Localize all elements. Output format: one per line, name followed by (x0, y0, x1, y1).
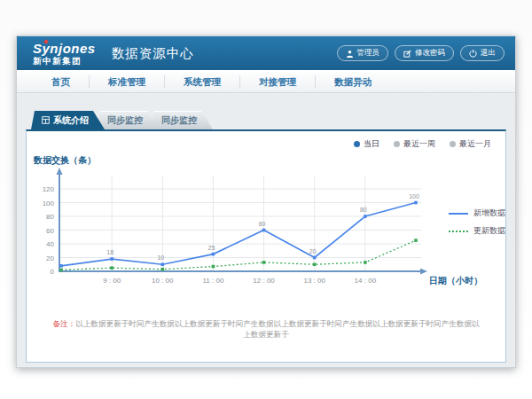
radio-last-month-label: 最近一月 (459, 138, 491, 150)
radio-dot-icon (450, 141, 456, 147)
svg-text:100: 100 (43, 200, 55, 207)
radio-last-week[interactable]: 最近一周 (394, 138, 435, 150)
svg-text:100: 100 (409, 193, 419, 200)
svg-text:80: 80 (46, 213, 54, 221)
radio-last-month[interactable]: 最近一月 (450, 138, 491, 150)
chart-panel: 当日 最近一周 最近一月 0204060801001209 : 0010 : 0… (26, 129, 506, 363)
dotted-line-icon (449, 231, 468, 232)
app-window: Synjones 新中新集团 数据资源中心 管理员 修改密码 (16, 35, 516, 368)
svg-text:10: 10 (157, 254, 164, 261)
logout-button[interactable]: 退出 (460, 45, 505, 61)
radio-last-week-label: 最近一周 (403, 138, 435, 150)
main-nav: 首页 标准管理 系统管理 对接管理 数据异动 (17, 70, 515, 93)
radio-today[interactable]: 当日 (354, 138, 379, 150)
nav-item-standards[interactable]: 标准管理 (90, 75, 165, 88)
svg-text:60: 60 (46, 227, 54, 235)
svg-text:20: 20 (46, 254, 54, 262)
synjones-logo: Synjones 新中新集团 (33, 42, 96, 66)
radio-dot-icon (354, 141, 360, 147)
logo-subtitle: 新中新集团 (33, 57, 96, 66)
svg-text:60: 60 (259, 221, 266, 227)
footnote-text: 以上数据更新于时间产生数据以上数据更新于时间产生数据以上数据更新于时间产生数据以… (75, 319, 479, 339)
tab-label: 系统介绍 (53, 114, 89, 127)
time-range-filter: 当日 最近一周 最近一月 (354, 138, 491, 150)
admin-user-label: 管理员 (357, 48, 380, 59)
nav-item-interface[interactable]: 对接管理 (240, 75, 316, 88)
user-menu: 管理员 修改密码 退出 (337, 45, 505, 61)
tab-label: 同步监控 (107, 114, 143, 127)
legend-new-data: 新增数据 (449, 207, 505, 219)
nav-item-home[interactable]: 首页 (33, 75, 90, 88)
content-area: 系统介绍 同步监控 同步监控 当日 最近一周 (17, 93, 515, 367)
legend-new-data-label: 新增数据 (473, 207, 505, 219)
admin-user-button[interactable]: 管理员 (337, 45, 389, 61)
svg-text:25: 25 (208, 245, 215, 251)
svg-text:日期（小时）: 日期（小时） (429, 276, 482, 286)
svg-text:13 : 00: 13 : 00 (303, 277, 325, 285)
svg-text:14 : 00: 14 : 00 (355, 277, 377, 285)
tab-sync-monitor-2[interactable]: 同步监控 (151, 111, 213, 129)
svg-text:18: 18 (106, 249, 113, 255)
radio-dot-icon (394, 141, 400, 147)
svg-text:9 : 00: 9 : 00 (103, 277, 121, 285)
legend-updated-data: 更新数据 (449, 225, 505, 237)
tab-label: 同步监控 (161, 114, 197, 127)
tab-system-intro[interactable]: 系统介绍 (31, 111, 105, 129)
tab-bar: 系统介绍 同步监控 同步监控 (31, 111, 205, 129)
solid-line-icon (449, 213, 468, 215)
tab-sync-monitor-1[interactable]: 同步监控 (97, 111, 159, 129)
svg-text:12 : 00: 12 : 00 (253, 277, 275, 285)
power-icon (469, 50, 477, 58)
logout-label: 退出 (481, 48, 496, 59)
svg-text:40: 40 (46, 240, 54, 248)
svg-text:数据交换（条）: 数据交换（条） (33, 155, 96, 165)
svg-text:120: 120 (43, 185, 55, 193)
logo-wordmark: Synjones (33, 42, 96, 55)
legend-updated-data-label: 更新数据 (473, 225, 505, 237)
radio-today-label: 当日 (364, 138, 379, 150)
footnote: 备注：以上数据更新于时间产生数据以上数据更新于时间产生数据以上数据更新于时间产生… (27, 319, 505, 340)
svg-text:80: 80 (360, 207, 367, 213)
nav-item-system[interactable]: 系统管理 (165, 75, 240, 88)
svg-text:20: 20 (309, 248, 317, 254)
screenshot-stage: Synjones 新中新集团 数据资源中心 管理员 修改密码 (0, 0, 532, 399)
page-title: 数据资源中心 (112, 45, 194, 62)
edit-icon (403, 50, 411, 58)
logo-text: Synjones (33, 41, 96, 56)
user-icon (346, 50, 354, 58)
footnote-prefix: 备注： (52, 319, 75, 328)
svg-text:0: 0 (51, 268, 55, 276)
change-password-label: 修改密码 (415, 48, 445, 59)
change-password-button[interactable]: 修改密码 (395, 45, 454, 61)
svg-text:10 : 00: 10 : 00 (152, 277, 174, 285)
grid-doc-icon (42, 116, 50, 124)
chart-legend: 新增数据 更新数据 (449, 207, 505, 237)
svg-text:11 : 00: 11 : 00 (202, 277, 223, 285)
app-header: Synjones 新中新集团 数据资源中心 管理员 修改密码 (17, 36, 515, 70)
nav-item-datachange[interactable]: 数据异动 (316, 75, 390, 88)
